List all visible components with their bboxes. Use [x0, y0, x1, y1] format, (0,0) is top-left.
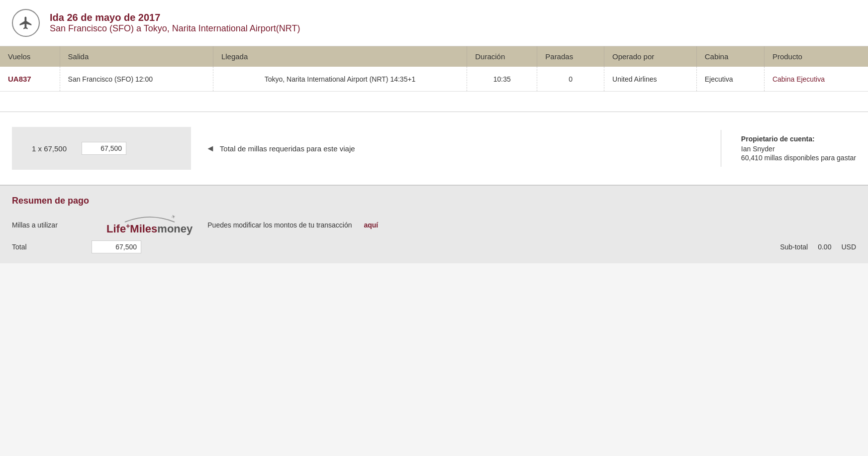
- arrow-icon: ◄: [206, 143, 215, 154]
- miles-quantity: 1 x 67,500: [32, 144, 67, 153]
- lifemiles-money: money: [157, 223, 193, 235]
- col-paradas: Paradas: [537, 46, 604, 67]
- lifemiles-life: Life: [106, 223, 126, 235]
- plane-icon: [12, 9, 40, 37]
- subtotal-section: Sub-total 0.00 USD: [780, 243, 856, 251]
- col-producto: Producto: [764, 46, 868, 67]
- duration: 10:35: [467, 67, 537, 92]
- payment-miles-label: Millas a utilizar: [12, 221, 92, 229]
- account-name: Ian Snyder: [741, 145, 856, 153]
- subtotal-label: Sub-total: [780, 243, 808, 251]
- cabin: Ejecutiva: [696, 67, 764, 92]
- flight-route: San Francisco (SFO) a Tokyo, Narita Inte…: [50, 23, 300, 34]
- operated-by: United Airlines: [604, 67, 697, 92]
- payment-section: Resumen de pago Millas a utilizar ✈ Life…: [0, 185, 868, 263]
- page-container: Ida 26 de mayo de 2017 San Francisco (SF…: [0, 0, 868, 263]
- payment-total-input[interactable]: [92, 240, 141, 253]
- account-miles: 60,410 millas disponibles para gastar: [741, 154, 856, 162]
- flight-number[interactable]: UA837: [0, 67, 60, 92]
- lifemiles-miles: Miles: [130, 223, 157, 235]
- product[interactable]: Cabina Ejecutiva: [764, 67, 868, 92]
- spacer: [0, 92, 868, 112]
- lifemiles-logo: ✈ Life+Milesmoney: [106, 214, 193, 235]
- account-owner-label: Propietario de cuenta:: [741, 135, 856, 143]
- payment-title: Resumen de pago: [12, 196, 856, 206]
- flight-header-text: Ida 26 de mayo de 2017 San Francisco (SF…: [50, 12, 300, 34]
- col-operado: Operado por: [604, 46, 697, 67]
- flight-header: Ida 26 de mayo de 2017 San Francisco (SF…: [0, 0, 868, 46]
- col-duracion: Duración: [467, 46, 537, 67]
- col-vuelos: Vuelos: [0, 46, 60, 67]
- col-cabina: Cabina: [696, 46, 764, 67]
- flight-table: Vuelos Salida Llegada Duración Paradas O…: [0, 46, 868, 92]
- miles-input[interactable]: [82, 142, 126, 155]
- account-section: Propietario de cuenta: Ian Snyder 60,410…: [721, 130, 856, 167]
- subtotal-currency: USD: [841, 243, 856, 251]
- stops: 0: [537, 67, 604, 92]
- col-salida: Salida: [60, 46, 213, 67]
- flight-date: Ida 26 de mayo de 2017: [50, 12, 300, 23]
- table-header-row: Vuelos Salida Llegada Duración Paradas O…: [0, 46, 868, 67]
- payment-total-row: Total Sub-total 0.00 USD: [12, 240, 856, 253]
- miles-section: 1 x 67,500 ◄ Total de millas requeridas …: [0, 112, 868, 185]
- table-row: UA837 San Francisco (SFO) 12:00 Tokyo, N…: [0, 67, 868, 92]
- miles-label-text: Total de millas requeridas para este via…: [220, 144, 355, 153]
- subtotal-value: 0.00: [818, 243, 831, 251]
- svg-text:✈: ✈: [171, 214, 176, 220]
- lifemiles-text: Life+Milesmoney: [106, 222, 193, 235]
- payment-miles-row: Millas a utilizar ✈ Life+Milesmoney Pued…: [12, 214, 856, 235]
- modify-link[interactable]: aquí: [364, 221, 378, 229]
- arrival: Tokyo, Narita International Airport (NRT…: [213, 67, 467, 92]
- miles-box: 1 x 67,500: [12, 127, 191, 170]
- miles-arrow-label: ◄ Total de millas requeridas para este v…: [191, 143, 721, 154]
- col-llegada: Llegada: [213, 46, 467, 67]
- flight-table-section: Vuelos Salida Llegada Duración Paradas O…: [0, 46, 868, 92]
- modify-text: Puedes modificar los montos de tu transa…: [207, 221, 352, 229]
- departure: San Francisco (SFO) 12:00: [60, 67, 213, 92]
- payment-total-label: Total: [12, 243, 92, 251]
- lifemiles-logo-wrap: ✈ Life+Milesmoney: [106, 214, 193, 235]
